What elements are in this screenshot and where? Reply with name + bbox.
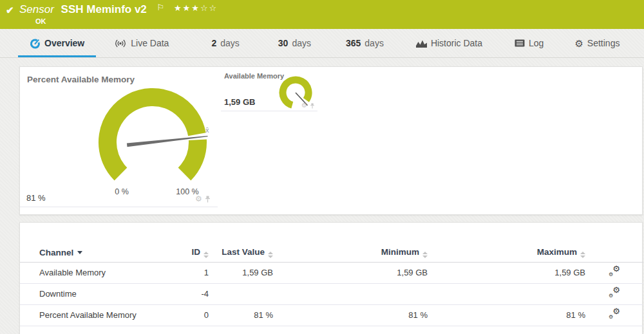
channel-settings-icon[interactable]: ⚙⚙ <box>609 309 620 319</box>
tab-log[interactable]: Log <box>503 29 555 57</box>
gauge-settings-icon[interactable]: ⚙ <box>301 102 307 109</box>
sort-desc-icon <box>77 251 82 254</box>
sort-icon <box>580 252 585 258</box>
settings-gear-icon: ⚙ <box>574 39 583 48</box>
log-icon <box>515 39 525 47</box>
live-data-icon <box>114 39 127 48</box>
channel-name: Percent Available Memory <box>20 304 168 326</box>
historic-data-icon <box>416 39 427 48</box>
tab-live-data[interactable]: Live Data <box>102 29 180 57</box>
main-gauge-value: 81 % <box>26 193 46 203</box>
channels-table: Channel ID Last Value Minimum Maximum <box>20 243 643 326</box>
sensor-kind-label: Sensor <box>19 3 54 15</box>
channel-minimum: 81 % <box>273 304 428 326</box>
pin-icon[interactable] <box>205 196 211 203</box>
priority-flag-icon[interactable]: ⚐ <box>157 3 165 12</box>
percent-available-memory-gauge-block: Percent Available Memory x̄ 0 % 100 % 81… <box>20 67 218 207</box>
available-memory-gauge-block: Available Memory 1,59 GB ⚙ <box>221 67 317 111</box>
tab-bar: Overview Live Data 2 days 30 days 365 da… <box>0 29 644 58</box>
tab-log-label: Log <box>529 38 544 48</box>
main-gauge-title: Percent Available Memory <box>27 75 135 84</box>
tab-30-days[interactable]: 30 days <box>267 29 323 57</box>
channel-name: Downtime <box>20 283 168 304</box>
pin-icon[interactable] <box>310 103 315 109</box>
small-gauge-actions: ⚙ <box>301 102 315 109</box>
sort-icon <box>268 252 273 258</box>
column-header-maximum[interactable]: Maximum <box>428 243 585 262</box>
tab-settings-label: Settings <box>587 38 620 48</box>
table-row: Available Memory 1 1,59 GB 1,59 GB 1,59 … <box>20 262 643 283</box>
table-header-row: Channel ID Last Value Minimum Maximum <box>20 243 643 262</box>
channel-last-value: 81 % <box>209 304 273 326</box>
tab-2-days-number: 2 <box>211 38 216 48</box>
status-check-icon: ✔ <box>6 5 14 16</box>
channel-last-value <box>209 283 273 304</box>
channels-table-panel: Channel ID Last Value Minimum Maximum <box>19 222 643 334</box>
sensor-topbar: ✔ Sensor SSH Meminfo v2 ⚐ ★★★☆☆ OK <box>0 0 644 29</box>
tab-settings[interactable]: ⚙ Settings <box>563 29 631 57</box>
sensor-name: SSH Meminfo v2 <box>61 3 147 15</box>
tab-live-data-label: Live Data <box>131 38 169 48</box>
channel-minimum: 1,59 GB <box>273 262 428 283</box>
tab-2-days[interactable]: 2 days <box>200 29 251 57</box>
channel-settings-icon[interactable]: ⚙⚙ <box>609 288 620 298</box>
table-row: Downtime -4 ⚙⚙ <box>20 283 643 304</box>
column-header-channel[interactable]: Channel <box>20 243 168 262</box>
channel-maximum: 81 % <box>428 304 585 326</box>
channel-name: Available Memory <box>20 262 168 283</box>
tab-historic-data-label: Historic Data <box>431 38 482 48</box>
tab-30-days-label: days <box>292 38 311 48</box>
sensor-title: Sensor SSH Meminfo v2 ⚐ ★★★☆☆ <box>19 3 218 16</box>
tab-2-days-label: days <box>220 38 240 48</box>
small-gauge-title: Available Memory <box>224 72 284 80</box>
column-header-last-value[interactable]: Last Value <box>209 243 273 262</box>
channel-maximum: 1,59 GB <box>428 262 585 283</box>
gauge-scale-min: 0 % <box>109 187 135 196</box>
channel-minimum <box>273 283 428 304</box>
gauge-icon <box>30 38 41 49</box>
tab-365-days-number: 365 <box>346 38 361 48</box>
sort-icon <box>422 252 428 258</box>
column-header-id[interactable]: ID <box>168 243 209 262</box>
small-gauge-value: 1,59 GB <box>224 97 255 107</box>
percent-gauge <box>91 84 214 194</box>
sort-icon <box>204 252 209 258</box>
tab-overview[interactable]: Overview <box>18 29 96 57</box>
tab-historic-data[interactable]: Historic Data <box>404 29 494 57</box>
sensor-overview-page: ✔ Sensor SSH Meminfo v2 ⚐ ★★★☆☆ OK Overv… <box>0 0 644 334</box>
channel-last-value: 1,59 GB <box>209 262 273 283</box>
average-marker: x̄ <box>205 126 209 134</box>
table-row: Percent Available Memory 0 81 % 81 % 81 … <box>20 304 643 326</box>
tab-30-days-number: 30 <box>278 38 289 48</box>
priority-stars[interactable]: ★★★☆☆ <box>174 3 218 13</box>
column-header-minimum[interactable]: Minimum <box>273 243 428 262</box>
gauges-panel: Percent Available Memory x̄ 0 % 100 % 81… <box>19 66 643 215</box>
main-gauge-actions: ⚙ <box>195 195 211 203</box>
tab-overview-label: Overview <box>44 38 84 48</box>
column-header-actions <box>585 243 643 262</box>
channel-id: -4 <box>168 283 209 304</box>
channel-id: 0 <box>168 304 209 326</box>
tab-365-days-label: days <box>365 38 384 48</box>
sensor-status-badge: OK <box>35 17 46 25</box>
channel-id: 1 <box>168 262 209 283</box>
channel-settings-icon[interactable]: ⚙⚙ <box>609 266 620 277</box>
tab-365-days[interactable]: 365 days <box>334 29 395 57</box>
channel-maximum <box>428 283 585 304</box>
gauge-settings-icon[interactable]: ⚙ <box>195 195 202 203</box>
